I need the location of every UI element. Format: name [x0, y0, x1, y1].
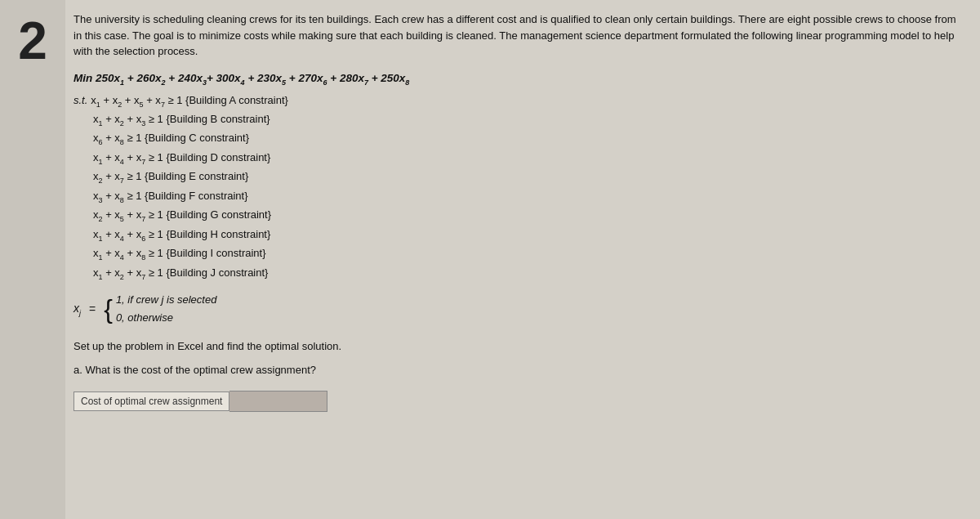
st-label: s.t. [74, 92, 87, 110]
constraint-row-G: x2 + x5 + x7 ≥ 1 {Building G constraint} [74, 206, 964, 225]
constraint-row-I: x1 + x4 + x8 ≥ 1 {Building I constraint} [74, 244, 964, 263]
math-section: Min 250x1 + 260x2 + 240x3+ 300x4 + 230x5… [74, 69, 964, 328]
case-1-text: 1, if crew j is selected [116, 291, 217, 309]
brace-icon: { [104, 296, 113, 322]
problem-description: The university is scheduling cleaning cr… [74, 11, 964, 60]
question-a: a. What is the cost of the optimal crew … [74, 364, 964, 376]
answer-input[interactable] [229, 391, 327, 412]
constraints-block: s.t. x1 + x2 + x5 + x7 ≥ 1 {Building A c… [74, 92, 964, 283]
equals-sign: = [89, 302, 96, 315]
constraint-F: x3 + x8 ≥ 1 {Building F constraint} [93, 190, 248, 202]
main-container: 2 The university is scheduling cleaning … [0, 0, 980, 519]
problem-number-badge: 2 [0, 0, 65, 519]
content-area: The university is scheduling cleaning cr… [65, 0, 980, 519]
answer-label: Cost of optimal crew assignment [74, 391, 229, 411]
constraint-row-E: x2 + x7 ≥ 1 {Building E constraint} [74, 168, 964, 186]
constraint-row-D: x1 + x4 + x7 ≥ 1 {Building D constraint} [74, 149, 964, 168]
answer-area: Cost of optimal crew assignment [74, 391, 964, 412]
obj-terms: 250x1 + 260x2 + 240x3+ 300x4 + 230x5 + 2… [96, 72, 409, 84]
constraint-J: x1 + x2 + x7 ≥ 1 {Building J constraint} [93, 266, 268, 279]
min-label: Min [74, 72, 96, 84]
setup-instruction: Set up the problem in Excel and find the… [74, 340, 964, 352]
constraint-D: x1 + x4 + x7 ≥ 1 {Building D constraint} [93, 151, 270, 163]
constraint-row-C: x6 + x8 ≥ 1 {Building C constraint} [74, 129, 964, 148]
xj-variable: xj [74, 302, 81, 317]
constraint-C: x6 + x8 ≥ 1 {Building C constraint} [93, 132, 249, 144]
constraint-G: x2 + x5 + x7 ≥ 1 {Building G constraint} [93, 208, 271, 221]
objective-function: Min 250x1 + 260x2 + 240x3+ 300x4 + 230x5… [74, 69, 964, 88]
constraint-row-H: x1 + x4 + x6 ≥ 1 {Building H constraint} [74, 226, 964, 244]
brace-block: 1, if crew j is selected 0, otherwise [116, 291, 217, 327]
case-2-text: 0, otherwise [116, 309, 217, 327]
constraint-row-B: x1 + x2 + x3 ≥ 1 {Building B constraint} [74, 110, 964, 129]
constraint-row-A: s.t. x1 + x2 + x5 + x7 ≥ 1 {Building A c… [74, 92, 964, 110]
constraint-H: x1 + x4 + x6 ≥ 1 {Building H constraint} [93, 228, 270, 240]
variable-definition: xj = { 1, if crew j is selected 0, other… [74, 291, 964, 327]
constraint-B: x1 + x2 + x3 ≥ 1 {Building B constraint} [93, 113, 270, 125]
constraint-row-F: x3 + x8 ≥ 1 {Building F constraint} [74, 187, 964, 206]
constraint-I: x1 + x4 + x8 ≥ 1 {Building I constraint} [93, 247, 266, 259]
constraint-row-J: x1 + x2 + x7 ≥ 1 {Building J constraint} [74, 264, 964, 283]
brace-container: { 1, if crew j is selected 0, otherwise [104, 291, 216, 327]
problem-number: 2 [18, 15, 47, 67]
constraint-A: x1 + x2 + x5 + x7 ≥ 1 {Building A constr… [91, 92, 288, 110]
constraint-E: x2 + x7 ≥ 1 {Building E constraint} [93, 170, 248, 182]
